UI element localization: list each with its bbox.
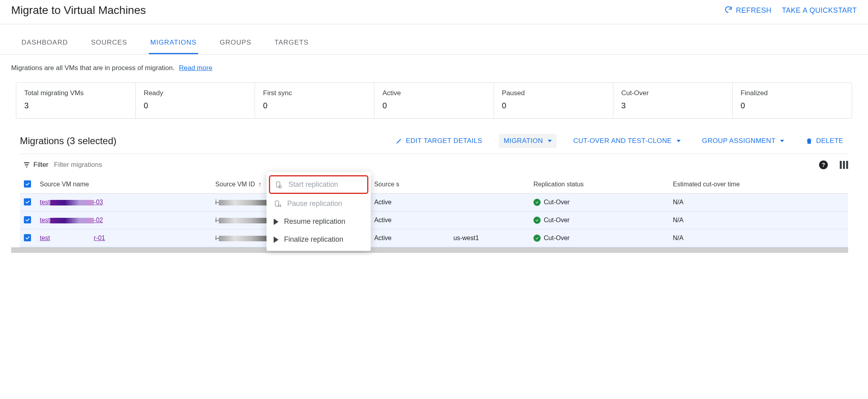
row-checkbox[interactable] <box>24 234 31 241</box>
menu-resume-replication[interactable]: Resume replication <box>267 213 371 231</box>
eta: N/A <box>669 194 848 211</box>
description-text: Migrations are all VMs that are in proce… <box>11 64 175 72</box>
col-region[interactable] <box>450 176 529 194</box>
cutover-dropdown-button[interactable]: CUT-OVER AND TEST-CLONE <box>568 134 685 148</box>
columns-icon[interactable] <box>840 161 848 169</box>
col-replication-status[interactable]: Replication status <box>529 176 669 194</box>
tab-groups[interactable]: GROUPS <box>218 32 253 54</box>
cutover-label: CUT-OVER AND TEST-CLONE <box>573 137 672 145</box>
tab-targets[interactable]: TARGETS <box>273 32 310 54</box>
table-row[interactable]: test-02 i-d Active Cut-Over N/A <box>20 211 848 229</box>
svg-rect-0 <box>276 182 280 187</box>
table-header-row: Source VM name Source VM ID↑ Source s Re… <box>20 176 848 194</box>
play-icon <box>274 219 278 225</box>
filter-input[interactable] <box>54 161 814 169</box>
svg-rect-2 <box>275 201 278 206</box>
stat-value: 0 <box>502 101 605 110</box>
stat-total[interactable]: Total migrating VMs 3 <box>16 83 136 118</box>
edit-target-button[interactable]: EDIT TARGET DETAILS <box>391 134 487 148</box>
col-eta[interactable]: Estimated cut-over time <box>669 176 848 194</box>
filter-row: Filter ? <box>20 154 848 176</box>
quickstart-label: TAKE A QUICKSTART <box>782 6 857 15</box>
redacted <box>50 200 94 205</box>
source-status: Active <box>370 194 450 211</box>
source-status: Active <box>370 211 450 229</box>
filter-icon <box>23 161 30 168</box>
toolbar: EDIT TARGET DETAILS MIGRATION CUT-OVER A… <box>391 134 848 148</box>
tab-dashboard[interactable]: DASHBOARD <box>20 32 70 54</box>
col-source[interactable]: Source s <box>370 176 450 194</box>
stat-firstsync[interactable]: First sync 0 <box>255 83 374 118</box>
vm-name-suffix: -03 <box>94 199 103 205</box>
description: Migrations are all VMs that are in proce… <box>0 55 868 79</box>
col-vm-name[interactable]: Source VM name <box>36 176 211 194</box>
menu-start-replication[interactable]: Start replication <box>269 175 368 194</box>
eta: N/A <box>669 229 848 247</box>
redacted <box>50 236 94 241</box>
replication-status: Cut-Over <box>533 199 570 206</box>
redacted <box>50 218 94 223</box>
table-row[interactable]: testr-01 i-e4 Active us-west1 Cut-Over N… <box>20 229 848 247</box>
menu-resume-label: Resume replication <box>284 217 345 226</box>
migration-dropdown-button[interactable]: MIGRATION <box>499 134 557 148</box>
tab-sources[interactable]: SOURCES <box>90 32 129 54</box>
select-all-checkbox[interactable] <box>24 180 31 188</box>
migration-label: MIGRATION <box>504 137 543 145</box>
read-more-link[interactable]: Read more <box>179 64 212 72</box>
stat-value: 3 <box>24 101 127 110</box>
group-assignment-dropdown-button[interactable]: GROUP ASSIGNMENT <box>697 134 789 148</box>
section-title: Migrations (3 selected) <box>20 135 117 147</box>
replication-status: Cut-Over <box>533 235 570 242</box>
migrations-table: Source VM name Source VM ID↑ Source s Re… <box>20 176 848 247</box>
stat-value: 0 <box>144 101 247 110</box>
section-toolbar: Migrations (3 selected) EDIT TARGET DETA… <box>20 130 848 154</box>
refresh-button[interactable]: REFRESH <box>724 5 772 16</box>
redacted <box>219 236 267 241</box>
stat-label: Cut-Over <box>621 89 724 97</box>
vm-name-link[interactable]: testr-01 <box>40 235 105 241</box>
edit-target-label: EDIT TARGET DETAILS <box>406 137 482 145</box>
tab-migrations[interactable]: MIGRATIONS <box>149 32 198 54</box>
region <box>450 211 529 229</box>
stat-value: 0 <box>382 101 485 110</box>
vm-name-link[interactable]: test-02 <box>40 217 103 223</box>
header-actions: REFRESH TAKE A QUICKSTART <box>724 5 857 16</box>
check-circle-icon <box>533 235 541 242</box>
quickstart-button[interactable]: TAKE A QUICKSTART <box>782 5 857 16</box>
svg-rect-4 <box>280 204 281 207</box>
page-header: Migrate to Virtual Machines REFRESH TAKE… <box>0 0 868 24</box>
region: us-west1 <box>450 229 529 247</box>
stat-cutover[interactable]: Cut-Over 3 <box>613 83 733 118</box>
menu-finalize-replication[interactable]: Finalize replication <box>267 231 371 248</box>
page-title: Migrate to Virtual Machines <box>11 4 146 17</box>
stat-label: Finalized <box>741 89 844 97</box>
eta: N/A <box>669 211 848 229</box>
vm-name-link[interactable]: test-03 <box>40 199 103 205</box>
row-checkbox[interactable] <box>24 216 31 223</box>
stat-active[interactable]: Active 0 <box>374 83 494 118</box>
vm-name-prefix: test <box>40 199 50 205</box>
delete-button[interactable]: DELETE <box>801 134 848 148</box>
refresh-icon <box>724 5 733 16</box>
migrations-section: Migrations (3 selected) EDIT TARGET DETA… <box>0 130 868 247</box>
replication-status: Cut-Over <box>533 217 570 224</box>
stat-label: Paused <box>502 89 605 97</box>
horizontal-scrollbar[interactable] <box>11 247 848 253</box>
stat-ready[interactable]: Ready 0 <box>136 83 255 118</box>
region <box>450 194 529 211</box>
stat-value: 0 <box>741 101 844 110</box>
stat-finalized[interactable]: Finalized 0 <box>733 83 852 118</box>
delete-label: DELETE <box>816 137 843 145</box>
trash-icon <box>806 137 813 145</box>
row-checkbox[interactable] <box>24 198 31 205</box>
menu-pause-replication[interactable]: Pause replication <box>267 195 371 213</box>
table-row[interactable]: test-03 i-ea Active Cut-Over N/A <box>20 194 848 211</box>
help-icon[interactable]: ? <box>819 160 828 169</box>
tabs: DASHBOARD SOURCES MIGRATIONS GROUPS TARG… <box>0 32 868 55</box>
play-icon <box>274 237 278 243</box>
stat-paused[interactable]: Paused 0 <box>494 83 613 118</box>
redacted <box>219 218 267 223</box>
refresh-label: REFRESH <box>736 6 772 15</box>
redacted <box>219 200 267 205</box>
menu-pause-label: Pause replication <box>287 200 342 208</box>
